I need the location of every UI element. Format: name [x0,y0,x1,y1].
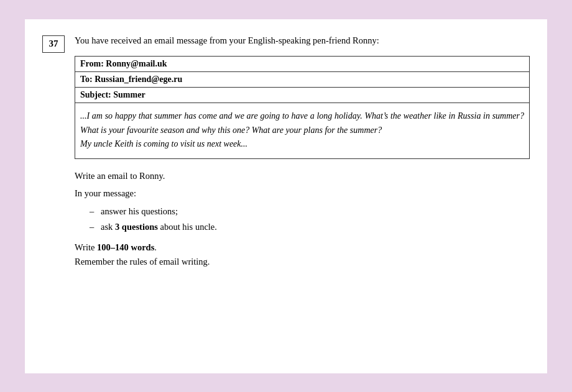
content-column: You have received an email message from … [75,34,530,356]
task-item-2: ask 3 questions about his uncle. [90,220,530,234]
task-section: Write an email to Ronny. In your message… [75,169,530,269]
email-subject-row: Subject: Summer [75,88,530,103]
intro-text: You have received an email message from … [75,34,530,48]
reminder-line: Remember the rules of email writing. [75,255,530,269]
email-from-row: From: Ronny@mail.uk [75,57,530,72]
question-number: 37 [42,35,65,53]
task-list: answer his questions; ask 3 questions ab… [90,204,530,234]
word-count-bold: 100–140 words [97,242,154,252]
task-line1: Write an email to Ronny. [75,169,530,183]
main-card: 37 You have received an email message fr… [25,19,547,373]
number-column: 37 [42,34,75,356]
from-label: From: Ronny@mail.uk [80,59,167,68]
email-body: ...I am so happy that summer has come an… [75,103,530,159]
email-table: From: Ronny@mail.uk To: Russian_friend@e… [75,56,530,159]
task-footer: Write 100–140 words. Remember the rules … [75,240,530,269]
bold-3-questions: 3 questions [115,222,158,232]
email-to-row: To: Russian_friend@ege.ru [75,72,530,88]
word-count-line: Write 100–140 words. [75,240,530,255]
task-line2: In your message: [75,186,530,201]
to-label: To: Russian_friend@ege.ru [80,75,182,84]
subject-label: Subject: Summer [80,90,145,99]
task-item-1: answer his questions; [90,204,530,219]
